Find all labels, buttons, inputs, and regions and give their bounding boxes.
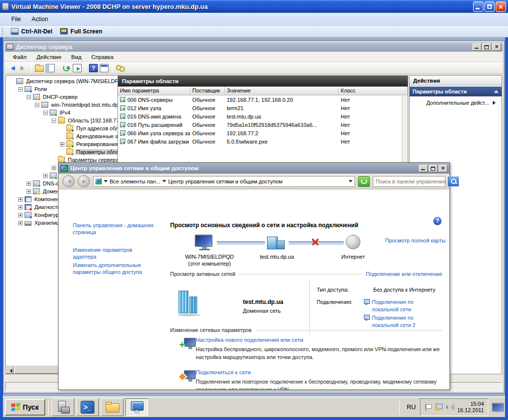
nc-minimize-button[interactable]: [419, 165, 428, 172]
table-row[interactable]: 018 Путь расширенийОбычное79d5a1e10f5291…: [118, 120, 408, 129]
vm-tool-button[interactable]: Ctrl-Alt-Del: [7, 27, 56, 36]
flag-icon[interactable]: [424, 404, 431, 411]
expand-icon[interactable]: [18, 213, 23, 217]
tree-item[interactable]: Пул адресов области: [6, 124, 118, 132]
quick-launch-powershell[interactable]: >_: [76, 398, 99, 416]
sidebar-link[interactable]: Изменение параметров адаптера: [73, 246, 156, 260]
sm-menu-item[interactable]: Файл: [8, 53, 31, 61]
search-icon[interactable]: [448, 177, 459, 186]
tree-item[interactable]: Диспетчер сервера (WIN-7MISIELDPQD): [6, 77, 118, 85]
settings-item-link[interactable]: Подключиться к сети: [196, 369, 251, 375]
nc-close-button[interactable]: ×: [439, 165, 448, 172]
table-row[interactable]: 006 DNS-серверыОбычное192.168.77.1, 192.…: [118, 95, 408, 104]
help-icon[interactable]: ?: [89, 64, 98, 72]
scroll-left-button[interactable]: [6, 366, 14, 374]
help-icon[interactable]: ?: [433, 217, 442, 225]
internet-globe-icon[interactable]: [346, 235, 360, 249]
breadcrumb-segment[interactable]: Все элементы пан...: [110, 179, 160, 184]
sm-menu-item[interactable]: Справка: [87, 53, 119, 61]
network-warning-icon[interactable]: [435, 404, 443, 411]
table-row[interactable]: 066 Имя узла сервера загр...Обычное192.1…: [118, 129, 408, 137]
folder-icon[interactable]: [35, 65, 44, 72]
actions-more-item[interactable]: Дополнительные дейст...: [410, 96, 502, 108]
start-button[interactable]: Пуск: [5, 399, 45, 416]
tree-item[interactable]: Арендованные адреса: [6, 132, 118, 140]
expand-icon[interactable]: [27, 189, 31, 194]
sm-maximize-button[interactable]: [482, 43, 491, 51]
quick-launch-explorer[interactable]: [101, 398, 123, 416]
settings-item-link[interactable]: Настройка нового подключения или сети: [196, 337, 303, 343]
forward-button[interactable]: [78, 175, 90, 187]
sm-minimize-button[interactable]: [473, 43, 481, 51]
view-full-map-link[interactable]: Просмотр полной карты: [385, 238, 446, 243]
collapse-icon[interactable]: [27, 95, 31, 99]
column-header[interactable]: Класс: [339, 87, 408, 95]
nc-maximize-button[interactable]: [429, 165, 438, 172]
console-tree-icon[interactable]: [46, 64, 55, 72]
quick-launch-server-manager[interactable]: [52, 398, 74, 416]
vm-tool-button[interactable]: Full Screen: [56, 27, 106, 36]
table-row[interactable]: 015 DNS-имя доменаОбычноеtest.mtu.dp.uaН…: [118, 112, 408, 120]
tree-item[interactable]: DHCP-сервер: [6, 93, 118, 101]
collapse-icon[interactable]: [494, 88, 499, 93]
expand-icon[interactable]: [43, 174, 48, 178]
language-indicator[interactable]: RU: [403, 403, 420, 411]
sm-menu-item[interactable]: Вид: [66, 53, 87, 61]
sidebar-link[interactable]: Изменить дополнительные параметры общего…: [73, 262, 156, 275]
breadcrumb[interactable]: Все элементы пан...Центр управления сетя…: [93, 176, 355, 187]
collapse-icon[interactable]: [18, 87, 23, 91]
sm-close-button[interactable]: ×: [492, 43, 501, 51]
breadcrumb-dropdown-icon[interactable]: [349, 180, 353, 184]
connect-disconnect-link[interactable]: Подключение или отключение: [366, 271, 442, 277]
breadcrumb-arrow-icon[interactable]: [104, 180, 108, 184]
expand-icon[interactable]: [18, 205, 23, 210]
refresh-icon[interactable]: [62, 64, 71, 72]
actions-section-bar[interactable]: Параметры области: [410, 87, 502, 96]
tree-item[interactable]: Роли: [6, 85, 118, 93]
vm-menu-file[interactable]: File: [6, 14, 26, 24]
vm-maximize-button[interactable]: [484, 1, 495, 12]
collapse-icon[interactable]: [52, 119, 56, 123]
column-header[interactable]: Поставщик: [190, 87, 225, 95]
forward-icon[interactable]: [19, 64, 28, 72]
show-window-icon[interactable]: [100, 64, 109, 72]
tree-item[interactable]: Параметры области: [6, 148, 118, 156]
expand-icon[interactable]: [60, 142, 64, 147]
table-row[interactable]: 067 Имя файла загрузкиОбычное5.0.5\wtwar…: [118, 137, 408, 146]
vm-minimize-button[interactable]: [473, 1, 483, 12]
expand-icon[interactable]: [52, 166, 56, 170]
table-row[interactable]: 012 Имя узлаОбычноеterm21Нет: [118, 104, 408, 112]
domain-network-icon[interactable]: [178, 288, 200, 316]
tree-item[interactable]: Область [192.168.77.0]: [6, 117, 118, 124]
refresh-button[interactable]: [358, 176, 370, 187]
gears-icon[interactable]: [116, 64, 125, 72]
tree-item[interactable]: win-7misieldpqd.test.mtu.dp.ua: [6, 101, 118, 109]
back-icon[interactable]: [8, 64, 17, 72]
volume-muted-icon[interactable]: ×: [446, 404, 454, 411]
computer-icon[interactable]: [195, 235, 214, 251]
show-desktop-icon[interactable]: [491, 402, 503, 412]
column-header[interactable]: Значение: [225, 87, 339, 95]
collapse-icon[interactable]: [43, 111, 48, 115]
expand-icon[interactable]: [18, 221, 23, 225]
expand-icon[interactable]: [27, 181, 31, 186]
export-icon[interactable]: [73, 64, 82, 72]
breadcrumb-arrow-icon[interactable]: [162, 180, 166, 184]
back-button[interactable]: [62, 175, 75, 187]
sidebar-link[interactable]: Панель управления - домашняя страница: [73, 222, 156, 236]
vm-close-button[interactable]: ×: [496, 1, 506, 12]
sm-menu-item[interactable]: Действие: [31, 53, 66, 61]
collapse-icon[interactable]: [35, 103, 39, 107]
cell-text: Нет: [341, 139, 350, 145]
tree-item[interactable]: IPv4: [6, 109, 118, 117]
network-node-icon[interactable]: [267, 237, 287, 251]
quick-launch-control-panel[interactable]: [125, 398, 148, 416]
clock[interactable]: 15:04 16.12.2011: [457, 401, 484, 414]
column-header[interactable]: Имя параметра: [118, 87, 190, 95]
breadcrumb-segment[interactable]: Центр управления сетями и общим доступом: [168, 179, 282, 184]
search-input[interactable]: [373, 179, 448, 184]
expand-icon[interactable]: [18, 197, 23, 202]
connection-link[interactable]: Подключение по локальной сети: [372, 299, 436, 313]
vm-menu-action[interactable]: Action: [26, 14, 53, 24]
tree-item[interactable]: Резервирования: [6, 140, 118, 148]
